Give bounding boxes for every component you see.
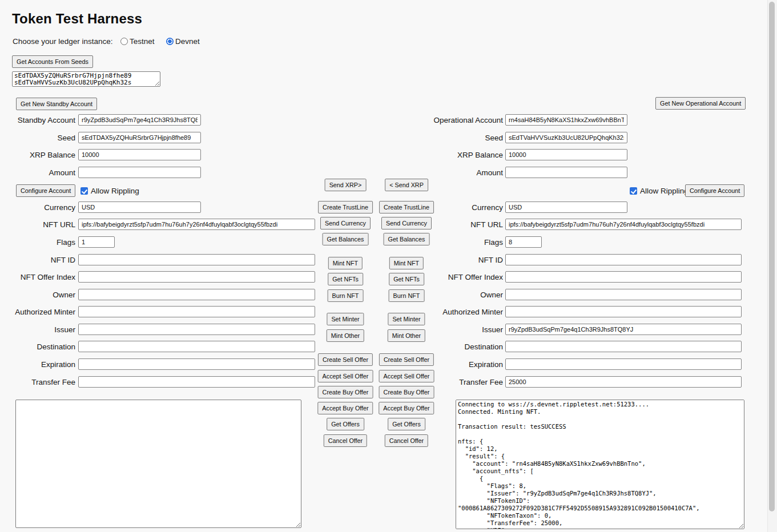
testnet-radio[interactable] [120, 38, 128, 45]
standby-send-currency-button[interactable]: Send Currency [320, 217, 371, 229]
operational-amount-label: Amount [400, 168, 503, 177]
operational-xrp-balance-input[interactable] [505, 149, 627, 160]
standby-create-buy-offer-button[interactable]: Create Buy Offer [318, 386, 373, 398]
standby-account-label: Standby Account [0, 116, 75, 124]
operational-destination-input[interactable] [505, 341, 742, 352]
get-new-standby-account-button[interactable]: Get New Standby Account [16, 98, 97, 110]
operational-nft-offer-index-input[interactable] [505, 271, 742, 283]
standby-nft-url-label: NFT URL [0, 220, 75, 229]
standby-seed-label: Seed [0, 134, 75, 142]
standby-xrp-balance-input[interactable] [78, 149, 201, 160]
standby-flags-label: Flags [0, 238, 75, 247]
operational-configure-account-button[interactable]: Configure Account [685, 184, 744, 197]
standby-results-textarea[interactable] [15, 400, 301, 528]
operational-seed-label: Seed [400, 134, 503, 142]
operational-owner-label: Owner [400, 291, 503, 299]
standby-set-minter-button[interactable]: Set Minter [327, 313, 364, 325]
standby-nft-id-label: NFT ID [0, 256, 75, 264]
standby-account-input[interactable] [78, 114, 201, 126]
operational-send-xrp-button[interactable]: < Send XRP [385, 179, 428, 191]
operational-transfer-fee-input[interactable] [505, 376, 742, 388]
standby-nft-offer-index-label: NFT Offer Index [0, 273, 75, 281]
standby-create-sell-offer-button[interactable]: Create Sell Offer [318, 353, 373, 366]
seeds-textarea[interactable]: sEdTDAX5yZQHuRSrbrG7Hjpjn8fhe89 sEdTVaHV… [12, 71, 160, 87]
standby-burn-nft-button[interactable]: Burn NFT [328, 289, 364, 302]
devnet-radio[interactable] [166, 38, 174, 45]
testnet-radio-label: Testnet [130, 37, 155, 46]
page-scrollbar-thumb[interactable] [769, 2, 775, 511]
devnet-radio-label: Devnet [175, 37, 200, 46]
page-title: Token Test Harness [12, 11, 142, 27]
operational-currency-input[interactable] [505, 201, 627, 213]
operational-owner-input[interactable] [505, 289, 742, 300]
standby-amount-label: Amount [0, 168, 75, 177]
standby-authorized-minter-input[interactable] [78, 306, 315, 317]
standby-mint-other-button[interactable]: Mint Other [327, 329, 364, 342]
standby-expiration-label: Expiration [0, 360, 75, 369]
operational-issuer-label: Issuer [400, 325, 503, 334]
standby-nft-id-input[interactable] [78, 254, 315, 265]
standby-allow-rippling-checkbox[interactable] [80, 187, 88, 195]
operational-authorized-minter-label: Authorized Minter [400, 308, 503, 316]
operational-nft-url-input[interactable] [505, 219, 742, 230]
operational-issuer-input[interactable] [505, 324, 742, 335]
standby-issuer-input[interactable] [78, 324, 315, 335]
standby-currency-input[interactable] [78, 201, 201, 213]
operational-account-input[interactable] [505, 114, 627, 126]
operational-nft-id-input[interactable] [505, 254, 742, 265]
operational-destination-label: Destination [400, 342, 503, 351]
operational-seed-input[interactable] [505, 132, 627, 143]
standby-amount-input[interactable] [78, 167, 201, 178]
standby-get-nfts-button[interactable]: Get NFTs [328, 273, 363, 285]
standby-seed-input[interactable] [78, 132, 201, 143]
operational-flags-label: Flags [400, 238, 503, 247]
standby-get-balances-button[interactable]: Get Balances [323, 233, 369, 245]
operational-nft-url-label: NFT URL [400, 220, 503, 229]
operational-expiration-input[interactable] [505, 358, 742, 370]
standby-owner-input[interactable] [78, 289, 315, 300]
get-accounts-from-seeds-button[interactable]: Get Accounts From Seeds [12, 55, 93, 68]
operational-account-label: Operational Account [400, 116, 503, 124]
standby-owner-label: Owner [0, 291, 75, 299]
standby-cancel-offer-button[interactable]: Cancel Offer [324, 434, 367, 447]
standby-destination-label: Destination [0, 342, 75, 351]
standby-allow-rippling-label: Allow Rippling [91, 187, 139, 195]
operational-flags-input[interactable] [505, 236, 542, 248]
standby-send-xrp-button[interactable]: Send XRP> [325, 179, 367, 191]
standby-accept-buy-offer-button[interactable]: Accept Buy Offer [317, 402, 373, 414]
operational-currency-label: Currency [400, 203, 503, 212]
standby-transfer-fee-label: Transfer Fee [0, 378, 75, 386]
standby-flags-input[interactable] [78, 236, 115, 248]
operational-expiration-label: Expiration [400, 360, 503, 369]
standby-xrp-balance-label: XRP Balance [0, 151, 75, 159]
standby-expiration-input[interactable] [78, 358, 315, 370]
operational-nft-offer-index-label: NFT Offer Index [400, 273, 503, 281]
standby-mint-nft-button[interactable]: Mint NFT [328, 257, 363, 269]
operational-xrp-balance-label: XRP Balance [400, 151, 503, 159]
operational-create-buy-offer-button[interactable]: Create Buy Offer [379, 386, 434, 398]
operational-results-textarea[interactable]: Connecting to wss://s.devnet.rippletest.… [456, 400, 744, 529]
get-new-operational-account-button[interactable]: Get New Operational Account [655, 97, 746, 110]
standby-transfer-fee-input[interactable] [78, 376, 315, 388]
operational-accept-buy-offer-button[interactable]: Accept Buy Offer [379, 402, 434, 414]
standby-create-trustline-button[interactable]: Create TrustLine [318, 201, 373, 213]
standby-accept-sell-offer-button[interactable]: Accept Sell Offer [318, 370, 373, 382]
operational-allow-rippling-checkbox[interactable] [630, 187, 637, 195]
standby-issuer-label: Issuer [0, 325, 75, 334]
standby-get-offers-button[interactable]: Get Offers [327, 418, 364, 430]
ledger-instance-prompt: Choose your ledger instance: [13, 37, 113, 46]
standby-nft-url-input[interactable] [78, 219, 315, 230]
standby-configure-account-button[interactable]: Configure Account [16, 184, 75, 197]
operational-authorized-minter-input[interactable] [505, 306, 742, 317]
standby-authorized-minter-label: Authorized Minter [0, 308, 75, 316]
operational-get-offers-button[interactable]: Get Offers [388, 418, 425, 430]
operational-transfer-fee-label: Transfer Fee [400, 378, 503, 386]
operational-cancel-offer-button[interactable]: Cancel Offer [385, 434, 428, 447]
operational-amount-input[interactable] [505, 167, 627, 178]
operational-allow-rippling-label: Allow Rippling [640, 187, 689, 195]
standby-currency-label: Currency [0, 203, 75, 212]
standby-destination-input[interactable] [78, 341, 315, 352]
operational-nft-id-label: NFT ID [400, 256, 503, 264]
standby-nft-offer-index-input[interactable] [78, 271, 315, 283]
